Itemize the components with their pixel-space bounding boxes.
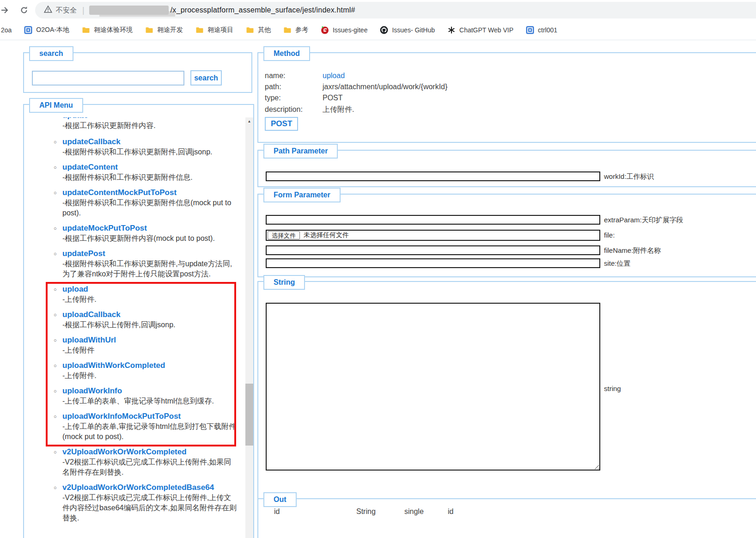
out-panel: Out id String single id [257, 498, 756, 538]
folder-icon [82, 26, 90, 34]
api-item-upload: ○ upload -上传附件. [54, 284, 238, 305]
string-textarea[interactable] [266, 303, 600, 471]
browser-chrome: 不安全 | /x_processplatform_assemble_surfac… [0, 0, 756, 20]
folder-icon [246, 26, 254, 34]
string-label: string [604, 385, 621, 392]
bookmark-folder-4[interactable]: 其他 [246, 26, 271, 34]
method-row-description: description:上传附件. [265, 105, 354, 115]
api-item-update: ○ update -根据工作标识更新附件内容. [54, 117, 238, 131]
method-row-type: type:POST [265, 94, 343, 102]
bookmark-chatgpt[interactable]: ChatGPT Web VIP [447, 26, 513, 34]
api-menu-legend: API Menu [29, 98, 83, 113]
bullet-icon: ○ [54, 411, 61, 422]
url-text: /x_processplatform_assemble_surface/jest… [171, 6, 355, 14]
out-cell-type: String [356, 507, 376, 516]
bookmark-folder-2[interactable]: 翱途开发 [145, 26, 183, 34]
warning-icon [43, 5, 53, 16]
scrollbar-thumb[interactable] [245, 384, 253, 446]
extraparam-input[interactable] [266, 215, 600, 225]
api-link-update[interactable]: update [62, 117, 88, 121]
scrollbar-track[interactable]: ▲ [245, 117, 253, 538]
workid-input[interactable] [266, 171, 600, 181]
security-label: 不安全 [56, 6, 77, 15]
string-panel: String string [257, 281, 756, 501]
site-input[interactable] [266, 258, 600, 268]
api-item-uploadWorkInfo: ○ uploadWorkInfo -上传工单的表单、审批记录等html信息到缓存… [54, 386, 238, 406]
out-panel-legend: Out [263, 492, 297, 507]
folder-icon [283, 26, 292, 34]
bullet-icon: ○ [54, 284, 61, 294]
bookmark-o2oa-local[interactable]: O2OA-本地 [24, 26, 69, 34]
api-link-upload[interactable]: upload [62, 284, 88, 294]
bullet-icon: ○ [54, 386, 61, 396]
folder-icon [195, 26, 204, 34]
file-status-text: 未选择任何文件 [304, 231, 349, 239]
bullet-icon: ○ [54, 117, 61, 121]
method-name-link[interactable]: upload [323, 72, 345, 79]
bookmark-folder-3[interactable]: 翱途项目 [195, 26, 233, 34]
refresh-icon[interactable] [19, 6, 29, 17]
search-panel: search search [23, 52, 252, 93]
bookmark-issues-github[interactable]: Issues- GitHub [380, 26, 435, 34]
api-item-updateContentMockPutToPost: ○ updateContentMockPutToPost -根据附件标识和工作标… [54, 188, 238, 218]
api-item-updatePost: ○ updatePost -根据附件标识和工作标识更新附件,与update方法同… [54, 249, 238, 279]
choose-file-button[interactable]: 选择文件 [268, 231, 300, 239]
filename-label: fileName:附件名称 [604, 246, 661, 255]
search-button[interactable]: search [190, 70, 222, 86]
api-item-updateMockPutToPost: ○ updateMockPutToPost -根据工作标识更新附件内容(mock… [54, 223, 238, 244]
workid-label: workId:工作标识 [604, 172, 654, 181]
api-item-uploadWithUrl: ○ uploadWithUrl -上传附件 [54, 335, 238, 355]
url-separator: | [82, 6, 85, 15]
form-parameter-legend: Form Parameter [263, 188, 341, 202]
api-link-uploadWorkInfoMockPutToPost[interactable]: uploadWorkInfoMockPutToPost [62, 411, 181, 422]
bullet-icon: ○ [54, 223, 61, 233]
forward-icon[interactable] [0, 6, 9, 17]
method-panel-legend: Method [263, 46, 310, 61]
api-link-updatePost[interactable]: updatePost [62, 249, 105, 259]
bookmark-issues-gitee[interactable]: Issues-gitee [321, 26, 367, 34]
api-link-uploadCallback[interactable]: uploadCallback [62, 310, 121, 320]
string-panel-legend: String [263, 275, 305, 290]
api-link-updateContent[interactable]: updateContent [62, 162, 118, 172]
post-button[interactable]: POST [265, 117, 298, 131]
api-link-updateContentMockPutToPost[interactable]: updateContentMockPutToPost [62, 188, 177, 198]
bookmark-2oa[interactable]: 2oa [1, 26, 12, 34]
out-cell-cardinality: single [404, 507, 424, 516]
bullet-icon: ○ [54, 137, 61, 147]
api-link-uploadWorkInfo[interactable]: uploadWorkInfo [62, 386, 122, 396]
api-item-v2UploadWorkOrWorkCompletedBase64: ○ v2UploadWorkOrWorkCompletedBase64 -V2根… [54, 483, 238, 523]
redacted-url-host [89, 6, 169, 15]
api-item-v2UploadWorkOrWorkCompleted: ○ v2UploadWorkOrWorkCompleted -V2根据工作标识或… [54, 447, 238, 477]
api-item-uploadWithWorkCompleted: ○ uploadWithWorkCompleted -上传附件. [54, 361, 238, 381]
bullet-icon: ○ [54, 162, 61, 172]
bullet-icon: ○ [54, 447, 61, 457]
bullet-icon: ○ [54, 361, 61, 371]
o2oa-icon [24, 26, 32, 34]
api-link-v2UploadWorkOrWorkCompletedBase64[interactable]: v2UploadWorkOrWorkCompletedBase64 [62, 483, 214, 493]
out-cell-field: id [448, 507, 453, 516]
url-bar[interactable]: 不安全 | /x_processplatform_assemble_surfac… [35, 2, 756, 18]
filename-input[interactable] [266, 245, 600, 255]
api-link-v2UploadWorkOrWorkCompleted[interactable]: v2UploadWorkOrWorkCompleted [62, 447, 187, 457]
search-input[interactable] [32, 71, 184, 86]
api-link-uploadWithWorkCompleted[interactable]: uploadWithWorkCompleted [62, 361, 165, 371]
bookmark-folder-5[interactable]: 参考 [283, 26, 308, 34]
api-menu-panel: API Menu ○ update -根据工作标识更新附件内容. ○ updat… [23, 104, 254, 538]
api-item-uploadWorkInfoMockPutToPost: ○ uploadWorkInfoMockPutToPost -上传工单的表单,审… [54, 411, 238, 442]
form-parameter-panel: Form Parameter extraParam:天印扩展字段 选择文件 未选… [257, 194, 756, 277]
api-link-updateMockPutToPost[interactable]: updateMockPutToPost [62, 223, 147, 233]
bookmark-ctrl001[interactable]: ctrl001 [526, 26, 557, 34]
file-input[interactable]: 选择文件 未选择任何文件 [266, 230, 600, 241]
site-label: site:位置 [604, 259, 631, 268]
method-row-path: path:jaxrs/attachment/upload/work/{workI… [265, 83, 447, 91]
api-link-updateCallback[interactable]: updateCallback [62, 137, 121, 147]
api-link-uploadWithUrl[interactable]: uploadWithUrl [62, 335, 116, 345]
folder-icon [145, 26, 153, 34]
path-parameter-legend: Path Parameter [263, 144, 338, 159]
bookmark-folder-1[interactable]: 翱途体验环境 [82, 26, 133, 34]
search-panel-legend: search [29, 46, 73, 61]
bullet-icon: ○ [54, 249, 61, 259]
method-row-name: name:upload [265, 72, 345, 80]
bullet-icon: ○ [54, 188, 61, 198]
scrollbar-up-arrow[interactable]: ▲ [245, 117, 253, 125]
